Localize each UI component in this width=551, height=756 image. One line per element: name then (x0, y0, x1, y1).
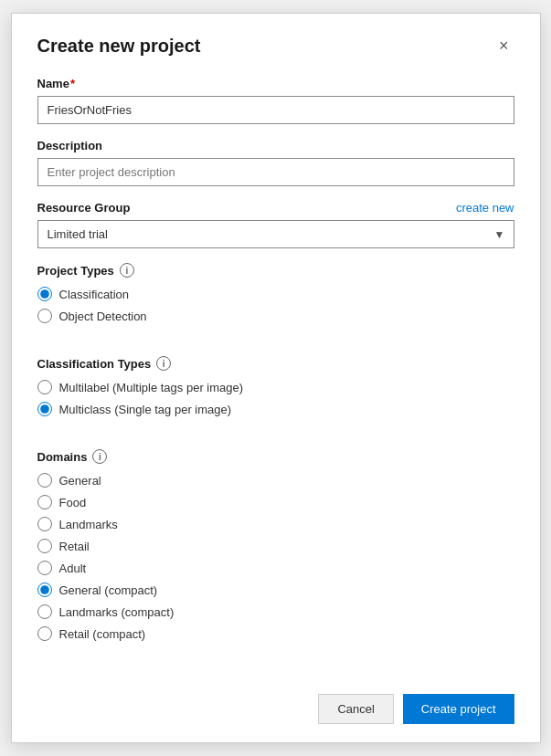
classification-types-radio-group: Multilabel (Multiple tags per image) Mul… (37, 380, 514, 416)
domains-info-icon: i (92, 449, 107, 464)
required-star: * (70, 77, 75, 90)
radio-multiclass[interactable] (37, 402, 52, 416)
create-project-button[interactable]: Create project (403, 694, 514, 724)
radio-option-adult[interactable]: Adult (37, 561, 514, 575)
radio-landmarks-compact[interactable] (37, 604, 52, 619)
resource-group-header: Resource Group create new (37, 201, 514, 215)
radio-option-multilabel[interactable]: Multilabel (Multiple tags per image) (37, 380, 514, 394)
radio-food[interactable] (37, 495, 52, 509)
radio-retail-compact[interactable] (37, 626, 52, 641)
dialog-header: Create new project × (37, 36, 514, 57)
domains-title: Domains i (37, 449, 514, 464)
name-label: Name* (37, 77, 514, 90)
create-project-dialog: Create new project × Name* Description R… (11, 13, 541, 743)
create-new-link[interactable]: create new (456, 201, 514, 215)
radio-option-food[interactable]: Food (37, 495, 514, 509)
radio-object-detection[interactable] (37, 309, 52, 323)
radio-general-compact[interactable] (37, 583, 52, 597)
cancel-button[interactable]: Cancel (318, 694, 393, 724)
radio-option-landmarks[interactable]: Landmarks (37, 517, 514, 531)
project-types-section: Project Types i Classification Object De… (37, 263, 514, 340)
radio-option-general[interactable]: General (37, 473, 514, 488)
classification-types-section: Classification Types i Multilabel (Multi… (37, 356, 514, 433)
radio-general[interactable] (37, 473, 52, 488)
description-field-group: Description (37, 139, 514, 186)
project-types-title: Project Types i (37, 263, 514, 278)
radio-classification[interactable] (37, 287, 52, 301)
radio-adult[interactable] (37, 561, 52, 575)
radio-option-retail[interactable]: Retail (37, 539, 514, 553)
radio-option-object-detection[interactable]: Object Detection (37, 309, 514, 323)
close-button[interactable]: × (493, 36, 514, 56)
description-input[interactable] (37, 158, 514, 186)
radio-option-retail-compact[interactable]: Retail (compact) (37, 626, 514, 641)
radio-option-classification[interactable]: Classification (37, 287, 514, 301)
project-types-info-icon: i (120, 263, 134, 278)
radio-landmarks[interactable] (37, 517, 52, 531)
resource-group-select-wrapper: Limited trial ▼ (37, 220, 514, 248)
resource-group-field-group: Resource Group create new Limited trial … (37, 201, 514, 248)
radio-option-general-compact[interactable]: General (compact) (37, 583, 514, 597)
resource-group-label: Resource Group (37, 201, 131, 215)
radio-retail[interactable] (37, 539, 52, 553)
domains-section: Domains i General Food Landmarks Retail (37, 449, 514, 657)
name-field-group: Name* (37, 77, 514, 124)
dialog-footer: Cancel Create project (37, 676, 514, 724)
name-input[interactable] (37, 96, 514, 124)
domains-radio-group: General Food Landmarks Retail Adult Gene… (37, 473, 514, 641)
radio-multilabel[interactable] (37, 380, 52, 394)
project-types-radio-group: Classification Object Detection (37, 287, 514, 323)
classification-types-info-icon: i (156, 356, 171, 371)
dialog-title: Create new project (37, 36, 201, 57)
resource-group-select[interactable]: Limited trial (37, 220, 514, 248)
radio-option-multiclass[interactable]: Multiclass (Single tag per image) (37, 402, 514, 416)
classification-types-title: Classification Types i (37, 356, 514, 371)
radio-option-landmarks-compact[interactable]: Landmarks (compact) (37, 604, 514, 619)
description-label: Description (37, 139, 514, 152)
